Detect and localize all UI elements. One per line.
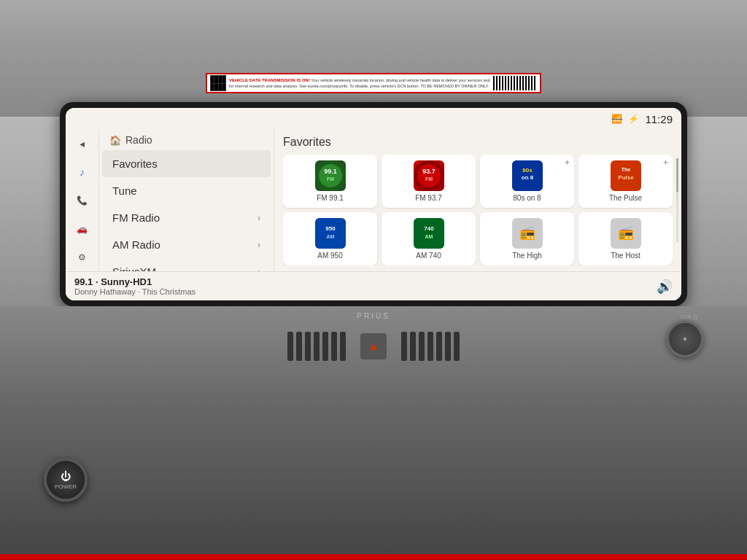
svg-text:AM: AM xyxy=(425,234,433,239)
right-vent-group xyxy=(401,332,460,361)
power-button[interactable]: ⏻ POWER xyxy=(44,458,88,502)
bluetooth-icon: ⚡ xyxy=(628,114,639,124)
svg-text:93.7: 93.7 xyxy=(422,168,436,175)
add-80s8-icon[interactable]: + xyxy=(565,158,570,168)
phone-sidebar-icon[interactable]: 📞 xyxy=(71,192,93,209)
volume-knob[interactable] xyxy=(667,321,703,357)
svg-text:Pulse: Pulse xyxy=(618,174,634,181)
vent-slot xyxy=(305,332,311,361)
vent-slot xyxy=(331,332,337,361)
power-symbol-icon: ⏻ xyxy=(61,470,71,482)
fm-radio-arrow-icon: › xyxy=(258,213,260,223)
vol-knob-dot xyxy=(684,338,686,341)
warning-title: VEHICLE DATA TRANSMISSION IS ON! xyxy=(229,78,310,82)
high-logo: 📻 xyxy=(512,218,543,249)
svg-text:AM: AM xyxy=(326,234,334,239)
am-radio-arrow-icon: › xyxy=(258,240,260,250)
scroll-track xyxy=(676,158,678,243)
wifi-off-icon: 📶 xyxy=(611,114,622,124)
dashboard-top: VEHICLE DATA TRANSMISSION IS ON! Your ve… xyxy=(0,0,747,117)
favorites-title: Favorites xyxy=(283,136,673,149)
pulse-label: The Pulse xyxy=(609,194,642,202)
add-pulse-icon[interactable]: + xyxy=(663,158,668,168)
power-label: POWER xyxy=(55,483,77,490)
am740-label: AM 740 xyxy=(416,252,441,260)
vol-label: VOL () xyxy=(681,314,697,320)
warning-text: VEHICLE DATA TRANSMISSION IS ON! Your ve… xyxy=(229,77,490,89)
left-vent-group xyxy=(287,332,346,361)
main-content: ◂ ♪ 📞 🚗 ⚙ 🏠 Radio Favorites xyxy=(66,130,681,271)
fav-card-high[interactable]: 📻 The High xyxy=(480,212,574,265)
vent-slot xyxy=(401,332,407,361)
fav-card-host[interactable]: 📻 The Host xyxy=(578,212,673,265)
80s8-label: 80s on 8 xyxy=(513,194,541,202)
now-playing-bar: 99.1 · Sunny-HD1 Donny Hathaway · This C… xyxy=(66,271,681,300)
power-button-area: ⏻ POWER xyxy=(44,458,88,502)
fav-card-fm937[interactable]: 93.7 FM FM 93.7 xyxy=(382,155,476,208)
nav-item-tune[interactable]: Tune xyxy=(102,177,271,204)
vent-slot xyxy=(287,332,293,361)
svg-text:950: 950 xyxy=(325,225,336,232)
now-playing-info: 99.1 · Sunny-HD1 Donny Hathaway · This C… xyxy=(74,276,196,296)
hazard-button[interactable]: ▲ xyxy=(360,333,387,359)
nav-item-am-radio[interactable]: AM Radio › xyxy=(102,231,271,258)
svg-text:99.1: 99.1 xyxy=(324,168,337,175)
status-time: 11:29 xyxy=(645,113,673,125)
volume-indicator-icon: 🔊 xyxy=(657,279,673,295)
vent-slot xyxy=(445,332,451,361)
fav-card-80s8[interactable]: + 80s on 8 80s on 8 xyxy=(480,155,574,208)
car-sidebar-icon[interactable]: 🚗 xyxy=(71,220,93,237)
vent-slot xyxy=(314,332,320,361)
nav-panel: 🏠 Radio Favorites Tune FM Radio › AM R xyxy=(99,130,274,271)
qr-code xyxy=(210,75,226,91)
am950-logo: 950 AM xyxy=(315,218,346,249)
host-label: The Host xyxy=(611,252,640,260)
nav-item-siriusxm[interactable]: SiriusXM › xyxy=(102,258,271,271)
fav-card-am950[interactable]: 950 AM AM 950 xyxy=(283,212,377,265)
nav-item-am-radio-label: AM Radio xyxy=(112,238,160,251)
scroll-thumb xyxy=(676,158,678,192)
nav-title: Radio xyxy=(125,134,152,146)
vent-slot xyxy=(419,332,425,361)
fav-card-am740[interactable]: 740 AM AM 740 xyxy=(382,212,476,265)
svg-text:80s: 80s xyxy=(522,167,533,174)
vent-slot xyxy=(340,332,346,361)
nav-item-favorites[interactable]: Favorites xyxy=(102,150,271,177)
fav-card-fm991[interactable]: 99.1 FM FM 99.1 xyxy=(283,155,377,208)
vent-slot xyxy=(427,332,433,361)
svg-rect-14 xyxy=(315,218,346,249)
host-logo: 📻 xyxy=(611,218,641,249)
svg-text:FM: FM xyxy=(425,176,432,182)
nav-item-tune-label: Tune xyxy=(112,184,137,197)
warning-sticker: VEHICLE DATA TRANSMISSION IS ON! Your ve… xyxy=(206,73,541,93)
am740-logo: 740 AM xyxy=(414,218,444,249)
settings-sidebar-icon[interactable]: ⚙ xyxy=(71,249,93,265)
svg-text:740: 740 xyxy=(424,225,434,232)
nav-item-fm-radio[interactable]: FM Radio › xyxy=(102,204,271,231)
svg-text:The: The xyxy=(621,167,630,172)
car-frame: VEHICLE DATA TRANSMISSION IS ON! Your ve… xyxy=(0,0,747,560)
nav-item-fm-radio-label: FM Radio xyxy=(112,211,160,224)
svg-rect-17 xyxy=(414,218,444,249)
now-playing-station: 99.1 · Sunny-HD1 xyxy=(74,276,196,287)
vent-slot xyxy=(296,332,302,361)
radio-home-icon: 🏠 xyxy=(109,135,121,146)
fav-card-pulse[interactable]: + The Pulse The Pulse xyxy=(578,155,673,208)
fm937-label: FM 93.7 xyxy=(415,194,442,202)
nav-item-siriusxm-label: SiriusXM xyxy=(112,265,156,271)
vent-slot xyxy=(454,332,460,361)
nav-sidebar-icon[interactable]: ◂ xyxy=(71,136,93,152)
svg-text:📻: 📻 xyxy=(519,225,536,241)
svg-text:📻: 📻 xyxy=(618,225,635,241)
favorites-grid: 99.1 FM FM 99.1 xyxy=(283,155,673,265)
music-sidebar-icon[interactable]: ♪ xyxy=(71,164,93,181)
vent-slot xyxy=(436,332,442,361)
am950-label: AM 950 xyxy=(317,252,342,260)
pulse-logo: The Pulse xyxy=(611,160,641,191)
svg-text:on 8: on 8 xyxy=(521,174,533,181)
sidebar-icons: ◂ ♪ 📞 🚗 ⚙ xyxy=(66,130,99,271)
hazard-icon: ▲ xyxy=(368,340,379,353)
red-accent-strip xyxy=(0,554,747,560)
svg-text:FM: FM xyxy=(326,176,333,182)
fm937-logo: 93.7 FM xyxy=(414,160,444,191)
